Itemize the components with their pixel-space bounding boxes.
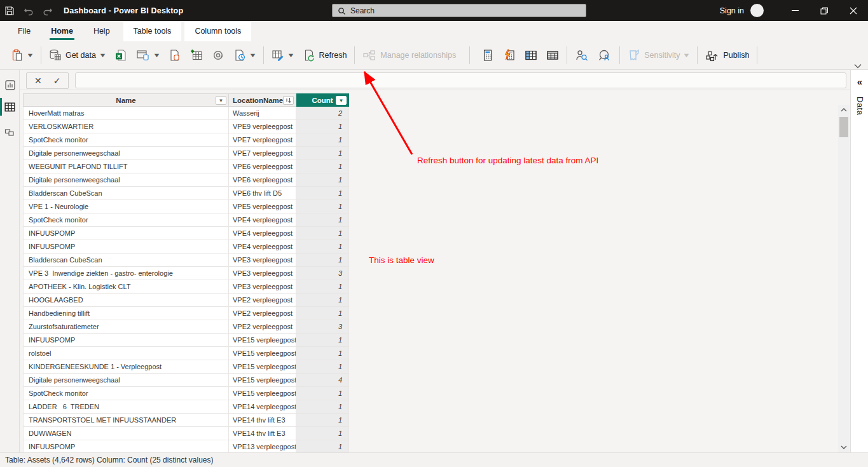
sort-descending-icon[interactable] bbox=[283, 96, 294, 105]
cell-count[interactable]: 3 bbox=[296, 267, 349, 280]
cell-locationname[interactable]: VPE14 thv lift E3 bbox=[229, 414, 296, 427]
cell-locationname[interactable]: VPE9 verpleegpost bbox=[229, 120, 296, 133]
new-table-button[interactable] bbox=[542, 46, 563, 65]
enter-data-button[interactable] bbox=[186, 46, 207, 65]
cell-name[interactable]: VPE 3 Inwendige ziekten - gastro- entero… bbox=[23, 267, 229, 280]
scroll-down-icon[interactable] bbox=[838, 442, 850, 452]
cell-name[interactable]: HOOGLAAGBED bbox=[23, 294, 229, 307]
manage-relationships-button[interactable]: Manage relationships bbox=[358, 46, 460, 65]
sql-server-button[interactable] bbox=[164, 46, 186, 65]
cell-name[interactable]: rolstoel bbox=[23, 347, 229, 360]
cell-locationname[interactable]: VPE6 verpleegpost bbox=[229, 160, 296, 173]
view-as-button[interactable] bbox=[593, 46, 616, 65]
recent-sources-button[interactable]: ▼ bbox=[229, 46, 260, 65]
cell-locationname[interactable]: VPE4 verpleegpost bbox=[229, 213, 296, 227]
tab-home[interactable]: Home bbox=[41, 21, 83, 41]
publish-button[interactable]: Publish bbox=[701, 46, 754, 65]
cell-locationname[interactable]: VPE6 verpleegpost bbox=[229, 173, 296, 187]
cell-locationname[interactable]: VPE2 verpleegpost bbox=[229, 320, 296, 334]
cell-count[interactable]: 1 bbox=[296, 120, 349, 133]
cell-count[interactable]: 4 bbox=[296, 374, 349, 387]
cell-name[interactable]: Digitale personenweegschaal bbox=[23, 147, 229, 160]
tab-table-tools[interactable]: Table tools bbox=[123, 21, 182, 41]
dataset-hub-button[interactable]: ▼ bbox=[132, 46, 164, 65]
cell-name[interactable]: Digitale personenweegschaal bbox=[23, 173, 229, 187]
cell-count[interactable]: 1 bbox=[296, 213, 349, 227]
cell-count[interactable]: 1 bbox=[296, 173, 349, 187]
count-dropdown-icon[interactable]: ▼ bbox=[336, 96, 347, 105]
cell-locationname[interactable]: VPE7 verpleegpost bbox=[229, 133, 296, 147]
cell-name[interactable]: APOTHEEK - Klin. Logistiek CLT bbox=[23, 280, 229, 294]
cell-count[interactable]: 1 bbox=[296, 414, 349, 427]
cell-count[interactable]: 1 bbox=[296, 254, 349, 267]
cell-name[interactable]: VPE 1 - Neurologie bbox=[23, 200, 229, 213]
cell-locationname[interactable]: VPE15 verpleegpost bbox=[229, 374, 296, 387]
cancel-formula-icon[interactable]: ✕ bbox=[34, 76, 42, 86]
cell-name[interactable]: Digitale personenweegschaal bbox=[23, 374, 229, 387]
tab-help[interactable]: Help bbox=[83, 21, 120, 41]
cell-count[interactable]: 1 bbox=[296, 307, 349, 320]
cell-name[interactable]: LADDER 6 TREDEN bbox=[23, 400, 229, 414]
cell-count[interactable]: 2 bbox=[296, 107, 349, 120]
cell-name[interactable]: SpotCheck monitor bbox=[23, 387, 229, 400]
quick-measure-button[interactable] bbox=[499, 46, 520, 65]
cell-name[interactable]: Handbediening tillift bbox=[23, 307, 229, 320]
cell-name[interactable]: HoverMatt matras bbox=[23, 107, 229, 120]
cell-locationname[interactable]: VPE4 verpleegpost bbox=[229, 227, 296, 240]
new-measure-button[interactable] bbox=[477, 46, 499, 65]
cell-locationname[interactable]: VPE15 verpleegpost bbox=[229, 347, 296, 360]
cell-count[interactable]: 1 bbox=[296, 347, 349, 360]
cell-name[interactable]: SpotCheck monitor bbox=[23, 213, 229, 227]
cell-locationname[interactable]: VPE13 verpleegpost bbox=[229, 440, 296, 454]
cell-locationname[interactable]: VPE7 verpleegpost bbox=[229, 147, 296, 160]
minimize-button[interactable] bbox=[780, 0, 809, 21]
cell-count[interactable]: 1 bbox=[296, 147, 349, 160]
report-view-button[interactable] bbox=[0, 75, 20, 95]
cell-count[interactable]: 1 bbox=[296, 187, 349, 200]
column-header-count[interactable]: Count ▼ bbox=[296, 93, 349, 107]
cell-locationname[interactable]: VPE3 verpleegpost bbox=[229, 280, 296, 294]
cell-locationname[interactable]: VPE14 thv lift E3 bbox=[229, 427, 296, 440]
transform-data-button[interactable]: ▼ bbox=[267, 46, 298, 65]
cell-name[interactable]: TRANSPORTSTOEL MET INFUUSSTAANDER bbox=[23, 414, 229, 427]
cell-count[interactable]: 3 bbox=[296, 320, 349, 334]
cell-locationname[interactable]: VPE5 verpleegpost bbox=[229, 200, 296, 213]
new-column-button[interactable] bbox=[520, 46, 542, 65]
refresh-button[interactable]: Refresh bbox=[298, 46, 352, 65]
cell-count[interactable]: 1 bbox=[296, 440, 349, 454]
cell-name[interactable]: INFUUSPOMP bbox=[23, 227, 229, 240]
cell-name[interactable]: INFUUSPOMP bbox=[23, 240, 229, 254]
undo-icon[interactable] bbox=[19, 0, 38, 21]
cell-locationname[interactable]: VPE4 verpleegpost bbox=[229, 240, 296, 254]
cell-count[interactable]: 1 bbox=[296, 360, 349, 374]
tab-file[interactable]: File bbox=[8, 21, 41, 41]
cell-count[interactable]: 1 bbox=[296, 294, 349, 307]
cell-locationname[interactable]: VPE3 verpleegpost bbox=[229, 267, 296, 280]
cell-count[interactable]: 1 bbox=[296, 133, 349, 147]
cell-count[interactable]: 1 bbox=[296, 427, 349, 440]
cell-name[interactable]: Bladderscan CubeScan bbox=[23, 187, 229, 200]
cell-locationname[interactable]: VPE15 verpleegpost bbox=[229, 387, 296, 400]
tab-column-tools[interactable]: Column tools bbox=[184, 21, 251, 41]
cell-name[interactable]: SpotCheck monitor bbox=[23, 133, 229, 147]
sensitivity-button[interactable]: Sensitivity ▼ bbox=[623, 46, 694, 65]
cell-name[interactable]: DUWWAGEN bbox=[23, 427, 229, 440]
cell-count[interactable]: 1 bbox=[296, 334, 349, 347]
manage-roles-button[interactable] bbox=[570, 46, 593, 65]
redo-icon[interactable] bbox=[38, 0, 57, 21]
data-pane-label[interactable]: Data bbox=[855, 97, 865, 115]
cell-count[interactable]: 1 bbox=[296, 280, 349, 294]
cell-count[interactable]: 1 bbox=[296, 400, 349, 414]
column-header-locationname[interactable]: LocationName bbox=[229, 93, 296, 107]
close-button[interactable] bbox=[839, 0, 868, 21]
cell-locationname[interactable]: VPE15 verpleegpost bbox=[229, 334, 296, 347]
cell-name[interactable]: INFUUSPOMP bbox=[23, 440, 229, 454]
expand-pane-icon[interactable]: « bbox=[851, 76, 868, 87]
data-view-button[interactable] bbox=[0, 97, 20, 117]
cell-locationname[interactable]: VPE2 verpleegpost bbox=[229, 307, 296, 320]
cell-locationname[interactable]: VPE2 verpleegpost bbox=[229, 294, 296, 307]
search-input[interactable]: Search bbox=[332, 4, 586, 17]
scrollbar-thumb[interactable] bbox=[839, 117, 848, 137]
column-header-name[interactable]: Name ▼ bbox=[23, 93, 229, 107]
paste-button[interactable]: ▼ bbox=[6, 46, 38, 65]
